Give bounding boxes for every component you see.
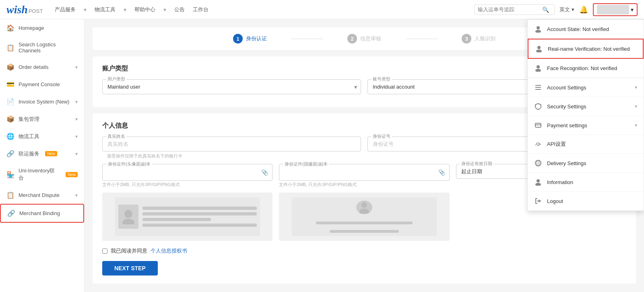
dp-item-security-settings[interactable]: Security Settings ▾: [528, 97, 644, 116]
name-input[interactable]: [102, 137, 361, 151]
validity-label: 身份证有效日期: [460, 161, 493, 167]
sidebar-item-lianyun[interactable]: 🔗 联运服务 New ▾: [0, 145, 84, 162]
svg-point-20: [535, 183, 541, 186]
step-circle-3: 3: [462, 34, 471, 43]
front-upload-icon: 📎: [261, 169, 268, 176]
language-selector[interactable]: 英文 ▾: [559, 6, 574, 13]
logo-wish: wish: [6, 3, 28, 16]
dp-label-api-settings: API设置: [547, 141, 637, 148]
svg-point-4: [537, 26, 540, 29]
binding-icon: 🔗: [7, 209, 15, 217]
box-icon: 📦: [6, 63, 14, 71]
dp-item-api-settings[interactable]: A API设置: [528, 135, 644, 154]
front-upload-label: 身份证件(头像面)副本: [107, 161, 152, 167]
svg-point-1: [122, 219, 134, 224]
nav-item-workspace[interactable]: 工作台: [193, 6, 208, 13]
id-card-back-placeholder: [279, 193, 449, 241]
realname-icon: [535, 45, 543, 53]
nav-item-logistics[interactable]: 物流工具: [95, 6, 116, 13]
sidebar-item-order-details[interactable]: 📦 Order details ▾: [0, 58, 84, 76]
name-label: 真实姓名: [106, 133, 126, 139]
payment-settings-icon: [534, 121, 542, 129]
step-label-3: 人脸识别: [475, 35, 495, 42]
step-3: 3 人脸识别: [462, 34, 495, 43]
order-chevron-icon: ▾: [75, 64, 78, 70]
front-upload-hint: 文件小于2MB, 只允许JIP/GIP/PNG格式: [102, 182, 272, 188]
svg-rect-10: [535, 85, 541, 86]
step-1: 1 身份认证: [233, 34, 267, 43]
name-field: 真实姓名: [102, 137, 361, 151]
dp-label-security-settings: Security Settings: [547, 104, 630, 110]
home-icon: 🏠: [6, 24, 14, 32]
user-avatar-button[interactable]: ▾: [593, 3, 638, 16]
sidebar-item-merchant-binding[interactable]: 🔗 Merchant Binding 2: [0, 204, 84, 223]
sidebar-item-uni-inventory[interactable]: 🏪 Uni-Inventory联合 New: [0, 162, 84, 186]
id-card-front-inner: [115, 197, 260, 236]
link-icon: 🔗: [6, 150, 14, 157]
nav-item-announcement[interactable]: 公告: [174, 6, 185, 13]
next-step-button[interactable]: NEXT STEP: [102, 261, 158, 275]
uni-new-badge: New: [66, 172, 78, 177]
dp-item-account-settings[interactable]: Account Settings ▾: [528, 78, 644, 97]
dp-item-payment-settings[interactable]: Payment settings ▾: [528, 116, 644, 135]
dp-item-delivery-settings[interactable]: Delivery Settings: [528, 154, 644, 173]
dp-label-account-state: Account State: Not verified: [547, 26, 637, 32]
step-2: 2 信息审核: [347, 34, 381, 43]
step-circle-2: 2: [347, 34, 357, 43]
logout-icon: [534, 197, 542, 205]
sidebar-item-search-logistics[interactable]: 📋 Search Logstics Channels: [0, 37, 84, 58]
id-line-1: [142, 207, 257, 210]
dp-item-realname[interactable]: Real-name Verification: Not verified 1: [528, 39, 644, 59]
nav-item-products[interactable]: 产品服务: [55, 6, 76, 13]
list-icon: 📋: [6, 44, 14, 52]
user-menu-chevron-icon: ▾: [631, 6, 634, 13]
invoice-chevron-icon: ▾: [75, 99, 78, 105]
store-icon: 🏪: [6, 171, 14, 178]
account-settings-chevron-icon: ▾: [635, 85, 637, 90]
agreement-link[interactable]: 个人信息授权书: [151, 247, 187, 255]
nav-right: 英文 ▾ 🔔 ▾: [559, 3, 638, 16]
id-card-back-inner: [292, 197, 437, 236]
id-line-4: [142, 224, 257, 227]
dp-item-logout[interactable]: Logout: [528, 192, 644, 211]
dp-item-face-recognition[interactable]: Face Recognition: Not verified: [528, 59, 644, 78]
back-upload-field[interactable]: 身份证件(国徽面)副本 📎: [279, 164, 449, 181]
svg-point-19: [537, 179, 540, 182]
sidebar-item-wuliu-tools[interactable]: 🌐 物流工具 ▾: [0, 128, 84, 145]
id-card-front-placeholder: [102, 193, 272, 241]
face-recognition-icon: [534, 64, 542, 72]
sidebar-item-payment-console[interactable]: 💳 Payment Console: [0, 76, 84, 93]
front-upload-field[interactable]: 身份证件(头像面)副本 📎: [102, 164, 272, 181]
nav-item-help[interactable]: 帮助中心: [134, 6, 155, 13]
sidebar-item-invoice-system[interactable]: 📄 Invoice System (New) ▾: [0, 93, 84, 110]
step-label-2: 信息审核: [360, 35, 381, 42]
agreement-checkbox[interactable]: [102, 249, 107, 254]
sidebar-item-homepage[interactable]: 🏠 Homepage: [0, 19, 84, 37]
user-type-select[interactable]: Mainland user: [102, 79, 361, 94]
step-line-2: [405, 39, 438, 39]
back-upload-container: 身份证件(国徽面)副本 📎 文件小于2MB, 只允许JIP/GIP/PNG格式: [279, 164, 449, 188]
dp-item-account-state[interactable]: Account State: Not verified: [528, 20, 644, 39]
svg-point-8: [537, 65, 540, 68]
dp-label-information: Information: [547, 179, 637, 185]
svg-rect-12: [535, 89, 541, 90]
lang-chevron-icon: ▾: [572, 6, 574, 12]
api-settings-icon: A: [534, 140, 542, 148]
step-line-1: [291, 39, 323, 39]
search-input[interactable]: [478, 6, 542, 12]
dp-label-face-recognition: Face Recognition: Not verified: [547, 65, 637, 71]
dispute-icon: 📋: [6, 191, 14, 199]
dp-item-information[interactable]: Information: [528, 173, 644, 192]
id-label: 身份证号: [372, 133, 392, 139]
security-settings-chevron-icon: ▾: [635, 104, 637, 109]
invoice-icon: 📄: [6, 98, 14, 106]
sidebar-item-merchant-dispute[interactable]: 📋 Merchant Dispute ▾: [0, 186, 84, 204]
globe-icon: 🌐: [6, 133, 14, 140]
svg-point-3: [359, 209, 369, 213]
agreement-text: 我已阅读并同意: [111, 247, 147, 255]
sidebar-item-jibao[interactable]: 📦 集包管理 ▾: [0, 110, 84, 128]
notification-bell-icon[interactable]: 🔔: [579, 5, 588, 14]
account-settings-icon: [534, 83, 542, 91]
step-circle-1: 1: [233, 34, 243, 43]
back-upload-label: 身份证件(国徽面)副本: [283, 161, 328, 167]
